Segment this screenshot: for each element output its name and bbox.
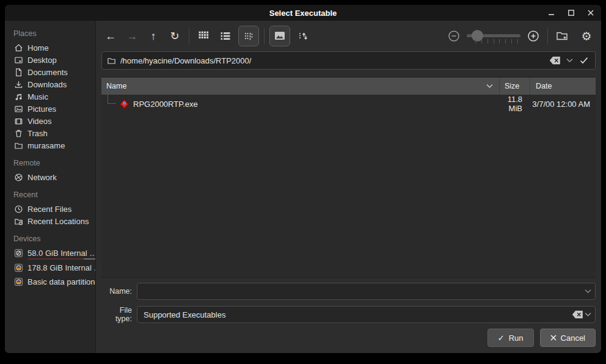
back-icon: ← <box>105 31 116 42</box>
name-combo[interactable] <box>137 283 596 300</box>
sidebar-item-label: 178.8 GiB Internal … <box>27 263 96 272</box>
new-folder-button[interactable] <box>553 27 571 45</box>
zoom-slider[interactable] <box>467 27 520 45</box>
sort-button[interactable] <box>294 27 312 45</box>
sidebar-item-network[interactable]: Network <box>13 171 95 183</box>
column-header-name[interactable]: Name <box>101 78 499 95</box>
location-path[interactable]: /home/hyacine/Downloads/RTP2000/ <box>120 56 547 65</box>
sidebar-item-downloads[interactable]: Downloads <box>13 78 95 90</box>
section-header-devices: Devices <box>13 235 95 243</box>
detail-view-button[interactable] <box>238 26 259 46</box>
backspace-clear-icon <box>549 56 561 65</box>
forward-button[interactable]: → <box>123 27 141 45</box>
up-button[interactable]: ↑ <box>144 27 162 45</box>
sidebar-item-basic-data-partition[interactable]: Basic data partition <box>13 275 95 289</box>
sidebar-item-videos[interactable]: Videos <box>13 115 95 127</box>
sidebar-item-label: Pictures <box>27 104 56 114</box>
close-icon <box>588 10 594 16</box>
preview-toggle-button[interactable] <box>269 26 290 46</box>
refresh-button[interactable]: ↻ <box>166 27 184 45</box>
file-list-view[interactable]: Name Size Date RPG2000RTP.exe <box>101 77 596 278</box>
zoom-slider-ticks <box>475 39 518 43</box>
chevron-down-icon <box>585 312 591 317</box>
list-view-button[interactable] <box>216 27 235 45</box>
section-header-recent: Recent <box>13 191 95 199</box>
disk-orange-icon <box>13 277 23 287</box>
cancel-button[interactable]: Cancel <box>540 329 596 347</box>
videos-icon <box>13 116 23 126</box>
window-title: Select Executable <box>5 9 601 18</box>
sidebar-item-trash[interactable]: Trash <box>13 127 95 139</box>
home-icon <box>13 43 23 53</box>
sidebar-item-label: Recent Files <box>27 205 71 214</box>
back-button[interactable]: ← <box>101 27 120 45</box>
sidebar-item-label: 58.0 GiB Internal … <box>27 249 96 258</box>
file-type-row: File type: Supported Executables <box>101 306 596 323</box>
sidebar-item-music[interactable]: Music <box>13 90 95 103</box>
sidebar-item-label: Recent Locations <box>27 217 89 226</box>
grid-view-icon <box>198 31 209 42</box>
file-type-value: Supported Executables <box>144 310 570 319</box>
forward-icon: → <box>126 31 137 42</box>
clear-location-button[interactable] <box>547 53 562 68</box>
sidebar-item-label: Downloads <box>27 80 67 89</box>
minimize-icon <box>549 10 555 16</box>
section-header-places: Places <box>13 29 95 38</box>
new-folder-icon <box>556 31 568 42</box>
location-confirm-button[interactable] <box>577 53 591 68</box>
run-button[interactable]: ✓ Run <box>487 329 534 347</box>
trash-icon <box>13 128 23 138</box>
settings-button[interactable]: ⚙ <box>577 27 596 45</box>
name-input[interactable] <box>144 283 585 299</box>
file-row-rpg2000rtp[interactable]: RPG2000RTP.exe 11.8 MiB 3/7/00 12:00 AM <box>101 95 596 113</box>
minimize-button[interactable] <box>547 9 556 17</box>
disk-usage-bar <box>27 258 96 260</box>
column-header-size[interactable]: Size <box>499 78 530 95</box>
column-header-date[interactable]: Date <box>530 78 596 95</box>
file-date: 3/7/00 12:00 AM <box>530 100 596 109</box>
sidebar-item-label: Videos <box>27 117 52 126</box>
icon-view-button[interactable] <box>194 27 213 45</box>
sidebar-item-desktop[interactable]: Desktop <box>13 54 95 66</box>
sidebar-item-label: Home <box>27 43 49 53</box>
sidebar-item-label: Basic data partition <box>27 277 95 286</box>
file-size: 11.8 MiB <box>494 95 530 113</box>
sidebar-item-home[interactable]: Home <box>13 42 95 54</box>
sidebar-item-documents[interactable]: Documents <box>13 66 95 78</box>
disk-icon <box>13 248 23 258</box>
titlebar[interactable]: Select Executable <box>5 5 601 21</box>
zoom-in-button[interactable] <box>524 27 542 45</box>
column-label: Name <box>106 82 486 90</box>
sidebar-item-pictures[interactable]: Pictures <box>13 103 95 115</box>
clock-icon <box>13 204 23 214</box>
sidebar-item-murasame[interactable]: murasame <box>13 139 95 151</box>
clear-filter-button[interactable] <box>570 307 585 322</box>
up-icon: ↑ <box>151 31 156 42</box>
backspace-clear-icon <box>572 310 583 319</box>
maximize-button[interactable] <box>567 9 575 17</box>
location-dropdown-button[interactable] <box>562 53 577 68</box>
sidebar-item-recent-locations[interactable]: Recent Locations <box>13 215 95 227</box>
sidebar-item-label: murasame <box>27 141 65 150</box>
sort-icon <box>298 31 308 42</box>
sidebar-item-disk-178gib[interactable]: 178.8 GiB Internal … <box>13 261 95 275</box>
sidebar-item-disk-58gib[interactable]: 58.0 GiB Internal … <box>13 247 95 261</box>
places-panel: Places Home Desktop Documents Downloads … <box>5 21 96 353</box>
sidebar-item-label: Desktop <box>27 56 57 65</box>
cancel-button-label: Cancel <box>561 333 585 343</box>
music-icon <box>13 92 23 101</box>
file-list-header: Name Size Date <box>101 78 596 95</box>
zoom-out-button[interactable] <box>445 27 463 45</box>
file-type-combo[interactable]: Supported Executables <box>137 306 596 323</box>
network-icon <box>13 172 23 182</box>
gear-icon: ⚙ <box>581 31 591 42</box>
name-row: Name: <box>101 283 596 300</box>
sidebar-item-recent-files[interactable]: Recent Files <box>13 203 95 215</box>
column-label: Size <box>505 82 519 90</box>
folder-clock-icon <box>13 216 23 226</box>
location-bar[interactable]: /home/hyacine/Downloads/RTP2000/ <box>101 51 596 70</box>
rpg-installer-file-icon <box>119 99 130 109</box>
pictures-icon <box>13 104 23 114</box>
column-label: Date <box>536 82 552 90</box>
close-button[interactable] <box>586 9 595 17</box>
